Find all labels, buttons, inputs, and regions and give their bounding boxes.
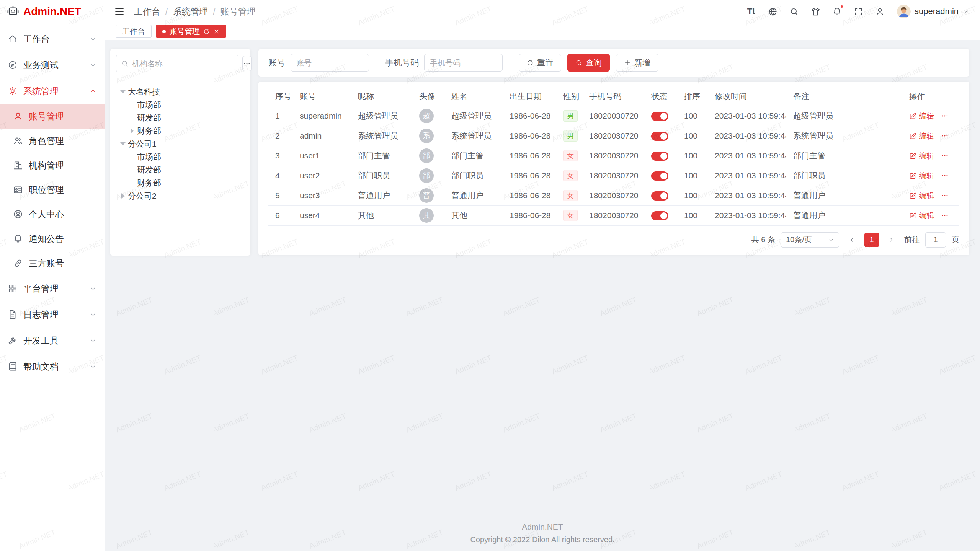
column-header: 头像: [412, 87, 444, 106]
tree-node-label: 市场部: [137, 99, 161, 110]
person-button[interactable]: [874, 6, 885, 17]
sidebar-item[interactable]: 开发工具: [0, 328, 105, 354]
tree-caret-icon[interactable]: [118, 90, 128, 93]
theme-icon: [811, 7, 820, 16]
row-more-button[interactable]: [941, 132, 949, 140]
sidebar-item[interactable]: 机构管理: [0, 153, 105, 178]
sidebar-item[interactable]: 平台管理: [0, 276, 105, 302]
edit-button[interactable]: 编辑: [909, 111, 934, 121]
next-page-button[interactable]: [885, 233, 898, 247]
page-number-button[interactable]: 1: [864, 233, 879, 247]
fullscreen-button[interactable]: [853, 6, 864, 17]
org-search-input[interactable]: [132, 59, 234, 68]
sidebar-item[interactable]: 业务测试: [0, 52, 105, 78]
tree-node[interactable]: 研发部: [116, 111, 245, 124]
tab-close-icon[interactable]: [213, 28, 220, 35]
table-row: 4user2部门职员部部门职员1986-06-28女18020030720100…: [268, 166, 959, 186]
user-icon: [13, 111, 23, 121]
phone-input[interactable]: [424, 54, 503, 72]
prev-page-button[interactable]: [845, 233, 859, 247]
breadcrumb-item[interactable]: 工作台: [134, 6, 160, 18]
tree-node[interactable]: 市场部: [116, 150, 245, 163]
refresh-icon: [527, 59, 534, 66]
account-input[interactable]: [291, 54, 369, 72]
cell-birthday: 1986-06-28: [503, 166, 556, 186]
reset-button[interactable]: 重置: [519, 54, 561, 72]
cell-nickname: 超级管理员: [351, 106, 412, 126]
right-column: 账号 手机号码 重置 查询: [258, 49, 969, 551]
sidebar-item[interactable]: 系统管理: [0, 78, 105, 104]
cell-remark: 超级管理员: [786, 106, 902, 126]
page-size-select[interactable]: 10条/页: [781, 232, 839, 248]
add-button[interactable]: 新增: [616, 54, 658, 72]
font-size-icon: Tt: [747, 7, 755, 16]
tab[interactable]: 工作台: [116, 25, 152, 38]
cell-nickname: 部门主管: [351, 146, 412, 166]
sidebar-item[interactable]: 工作台: [0, 26, 105, 52]
status-toggle[interactable]: [651, 112, 668, 121]
badge-icon: [13, 185, 23, 195]
tree-caret-icon[interactable]: [118, 193, 128, 199]
sidebar-item[interactable]: 日志管理: [0, 302, 105, 328]
collapse-sidebar-button[interactable]: [114, 6, 125, 17]
column-header: 姓名: [444, 87, 503, 106]
row-more-button[interactable]: [941, 152, 949, 160]
goto-page-input[interactable]: [925, 232, 946, 248]
sidebar-item[interactable]: 个人中心: [0, 202, 105, 227]
sidebar-item[interactable]: 通知公告: [0, 227, 105, 251]
tab[interactable]: 账号管理: [156, 25, 226, 38]
cell-account: user2: [293, 166, 351, 186]
edit-button[interactable]: 编辑: [909, 131, 934, 141]
tree-node[interactable]: 市场部: [116, 98, 245, 111]
row-more-button[interactable]: [941, 171, 949, 180]
chevron-down-icon: [828, 237, 834, 243]
tree-node[interactable]: 财务部: [116, 124, 245, 137]
tree-caret-icon[interactable]: [127, 128, 137, 134]
search-button[interactable]: [788, 6, 800, 17]
status-toggle[interactable]: [651, 171, 668, 181]
sidebar-item[interactable]: 账号管理: [0, 104, 105, 129]
sidebar-item-label: 职位管理: [29, 184, 64, 196]
edit-button[interactable]: 编辑: [909, 171, 934, 181]
status-toggle[interactable]: [651, 191, 668, 201]
gender-tag: 女: [563, 210, 578, 222]
tree-node[interactable]: 财务部: [116, 176, 245, 189]
cell-status: [644, 166, 677, 186]
tree-caret-icon[interactable]: [118, 142, 128, 145]
cell-gender: 女: [556, 166, 582, 186]
sidebar-item[interactable]: 帮助文档: [0, 354, 105, 380]
edit-button[interactable]: 编辑: [909, 191, 934, 201]
sidebar-item[interactable]: 职位管理: [0, 178, 105, 202]
tree-node[interactable]: 分公司2: [116, 189, 245, 202]
tree-node[interactable]: 研发部: [116, 163, 245, 176]
status-toggle[interactable]: [651, 211, 668, 220]
edit-button[interactable]: 编辑: [909, 210, 934, 221]
edit-button[interactable]: 编辑: [909, 151, 934, 161]
tab-refresh-icon[interactable]: [203, 28, 210, 35]
breadcrumb: 工作台/系统管理/账号管理: [134, 6, 256, 18]
row-more-button[interactable]: [941, 211, 949, 220]
breadcrumb-item[interactable]: 系统管理: [173, 6, 208, 18]
font-size-button[interactable]: Tt: [745, 6, 757, 17]
search-button[interactable]: 查询: [567, 54, 610, 72]
breadcrumb-item[interactable]: 账号管理: [220, 6, 256, 18]
row-more-button[interactable]: [941, 112, 949, 120]
tree-node[interactable]: 分公司1: [116, 137, 245, 150]
sidebar-item[interactable]: 三方账号: [0, 251, 105, 276]
user-menu[interactable]: superadmin: [897, 5, 969, 18]
breadcrumb-separator: /: [213, 7, 215, 17]
sidebar-item-label: 开发工具: [23, 335, 59, 347]
theme-button[interactable]: [810, 6, 821, 17]
cell-name: 超级管理员: [444, 106, 503, 126]
bell-button[interactable]: [831, 6, 843, 17]
cell-phone: 18020030720: [582, 166, 644, 186]
org-more-button[interactable]: [242, 56, 252, 71]
status-toggle[interactable]: [651, 132, 668, 141]
sidebar-item[interactable]: 角色管理: [0, 129, 105, 153]
globe-button[interactable]: [767, 6, 778, 17]
chevron-left-icon: [848, 236, 855, 243]
status-toggle[interactable]: [651, 152, 668, 161]
logo[interactable]: Admin.NET: [0, 0, 105, 23]
tree-node[interactable]: 大名科技: [116, 85, 245, 98]
row-more-button[interactable]: [941, 191, 949, 200]
